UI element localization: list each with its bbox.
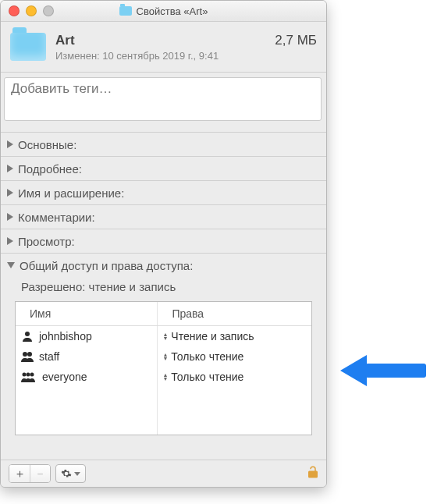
user-name: johnbishop (39, 330, 92, 343)
item-size: 2,7 МБ (275, 33, 317, 48)
disclosure-right-icon (7, 237, 13, 245)
section-sharing: Общий доступ и права доступа: Разрешено:… (1, 254, 326, 442)
section-label: Подробнее: (18, 162, 82, 176)
window-title: Свойства «Art» (137, 5, 208, 17)
table-row[interactable]: johnbishop▲▼Чтение и запись (16, 326, 311, 347)
permission-value: Только чтение (171, 371, 243, 383)
add-remove-segment: ＋ － (9, 464, 51, 483)
folder-icon (119, 6, 132, 16)
close-icon[interactable] (9, 5, 20, 16)
action-menu-button[interactable] (55, 464, 86, 483)
disclosure-down-icon (7, 262, 15, 268)
lock-button[interactable] (306, 463, 318, 484)
add-button[interactable]: ＋ (9, 465, 30, 482)
item-modified: Изменен: 10 сентябрь 2019 г., 9:41 (55, 50, 317, 62)
gear-icon (61, 468, 72, 479)
footer: ＋ － (1, 460, 326, 487)
remove-button: － (30, 465, 50, 482)
person-icon (20, 371, 37, 382)
lock-open-icon (306, 463, 318, 479)
section-more[interactable]: Подробнее: (1, 157, 326, 181)
permission-select[interactable]: ▲▼Только чтение (162, 371, 307, 383)
stepper-icon: ▲▼ (162, 353, 168, 360)
stepper-icon: ▲▼ (162, 332, 168, 340)
section-preview[interactable]: Просмотр: (1, 229, 326, 254)
table-row[interactable]: staff▲▼Только чтение (16, 346, 311, 367)
table-row[interactable]: everyone▲▼Только чтение (16, 367, 311, 387)
tags-input[interactable] (4, 77, 322, 121)
zoom-icon[interactable] (43, 5, 54, 16)
annotation-arrow-icon (340, 355, 426, 386)
minimize-icon[interactable] (26, 5, 37, 16)
person-icon (20, 351, 34, 362)
section-general[interactable]: Основные: (1, 133, 326, 157)
traffic-lights (9, 5, 54, 16)
header: Art 2,7 МБ Изменен: 10 сентябрь 2019 г.,… (1, 22, 326, 73)
section-sharing-header[interactable]: Общий доступ и права доступа: (1, 254, 326, 277)
permission-select[interactable]: ▲▼Чтение и запись (162, 330, 307, 343)
section-label: Основные: (18, 138, 76, 151)
user-name: staff (39, 350, 59, 363)
section-name-ext[interactable]: Имя и расширение: (1, 181, 326, 205)
stepper-icon: ▲▼ (162, 373, 168, 381)
column-priv[interactable]: Права (158, 302, 311, 326)
section-comments[interactable]: Комментарии: (1, 205, 326, 229)
disclosure-right-icon (7, 213, 13, 221)
section-label: Комментарии: (18, 211, 95, 224)
column-name[interactable]: Имя (16, 302, 158, 326)
permission-value: Чтение и запись (171, 330, 254, 343)
permission-summary: Разрешено: чтение и запись (1, 277, 326, 301)
section-label: Имя и расширение: (18, 186, 124, 200)
section-label: Просмотр: (18, 235, 75, 248)
section-label: Общий доступ и права доступа: (20, 259, 193, 272)
tags-section (1, 73, 326, 133)
permission-select[interactable]: ▲▼Только чтение (162, 350, 307, 363)
info-window: Свойства «Art» Art 2,7 МБ Изменен: 10 се… (0, 0, 327, 488)
disclosure-right-icon (7, 165, 13, 172)
permission-value: Только чтение (171, 350, 243, 363)
disclosure-right-icon (7, 189, 13, 197)
disclosure-right-icon (7, 140, 13, 148)
user-name: everyone (42, 371, 87, 383)
item-name: Art (55, 33, 75, 48)
person-icon (20, 331, 34, 342)
titlebar: Свойства «Art» (1, 1, 326, 22)
folder-icon (10, 33, 46, 61)
permissions-table: Имя Права johnbishop▲▼Чтение и записьsta… (15, 301, 312, 435)
chevron-down-icon (74, 472, 80, 476)
